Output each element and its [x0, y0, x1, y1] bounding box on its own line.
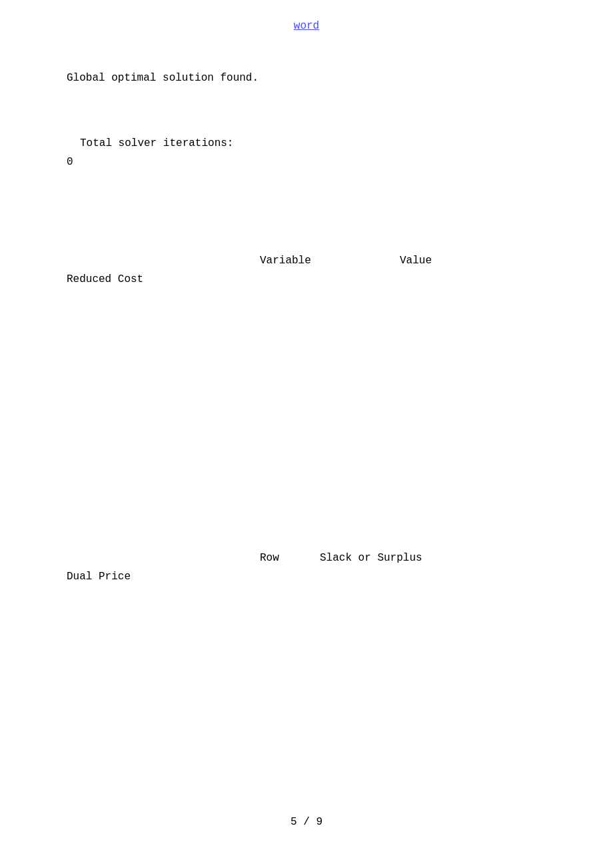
iterations-section: Total solver iterations: 0	[67, 137, 546, 168]
row-header-row: Row Slack or Surplus	[67, 552, 546, 564]
page-number: 5 / 9	[291, 816, 322, 828]
optimal-section: Global optimal solution found.	[67, 72, 546, 84]
row-table-section: Row Slack or Surplus Dual Price	[67, 552, 546, 583]
variable-table-section: Variable Value Reduced Cost	[67, 255, 546, 285]
page-footer: 5 / 9	[0, 816, 613, 828]
iterations-value: 0	[67, 156, 546, 168]
word-link[interactable]: word	[294, 20, 319, 32]
iterations-label: Total solver iterations:	[80, 137, 546, 149]
content-area: Global optimal solution found. Total sol…	[0, 72, 613, 583]
slack-surplus-column-header: Slack or Surplus	[320, 552, 453, 564]
variable-column-header: Variable	[260, 255, 346, 267]
value-column-header: Value	[400, 255, 466, 267]
variable-header-row: Variable Value	[67, 255, 546, 267]
reduced-cost-label: Reduced Cost	[67, 273, 546, 285]
dual-price-label: Dual Price	[67, 571, 546, 583]
row-column-header: Row	[260, 552, 300, 564]
page-header: word	[0, 0, 613, 39]
optimal-message: Global optimal solution found.	[67, 72, 259, 84]
